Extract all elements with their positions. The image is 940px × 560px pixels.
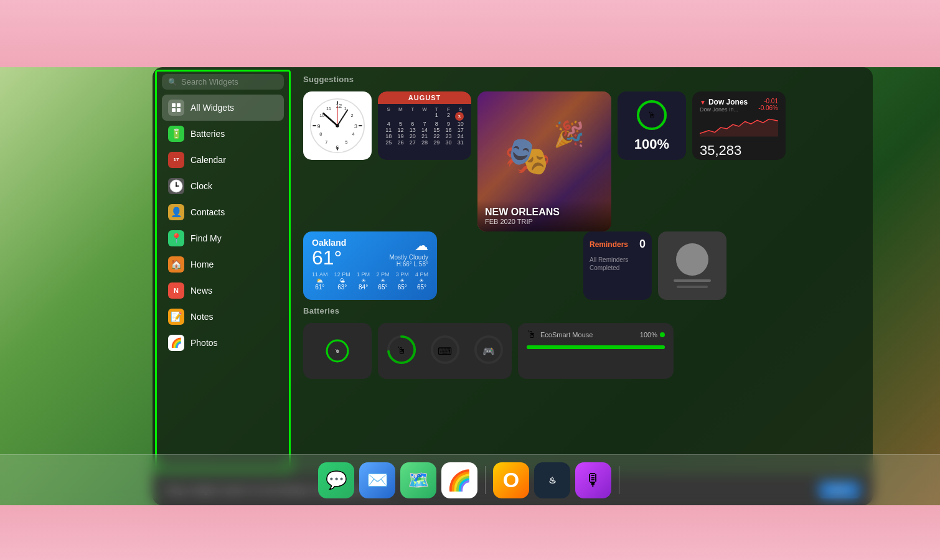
photo-overlay: NEW ORLEANS FEB 2020 TRIP [477,200,611,231]
weather-time-5: 3 PM [396,271,409,278]
widget-calendar[interactable]: AUGUST SMTWTFS 12 3 45678910 [378,91,471,160]
stock-change-val: -0.01 [758,98,778,105]
photos-icon: 🌈 [168,335,184,351]
widget-ecosmart[interactable]: 🖱 EcoSmart Mouse 100% [518,323,674,379]
weather-condition: Mostly Cloudy [389,254,428,261]
sidebar: 🔍 All Widgets 🔋 Batteries [155,70,291,472]
battery-circle-container: 🖱 [636,99,668,131]
weather-hour-3: 1 PM ☀ 84° [357,271,370,291]
batteries-label: Batteries [190,129,225,139]
ecosmart-bar-fill [527,345,665,349]
placeholder-bar-1 [674,279,711,282]
search-icon: 🔍 [168,78,177,86]
placeholder-circle [676,243,708,276]
weather-time-2: 12 PM [334,271,350,278]
news-label: News [190,286,212,296]
notes-icon: 📝 [168,309,184,325]
svg-text:9: 9 [317,123,321,129]
calendar-grid: SMTWTFS 12 3 45678910 11121314151617 [383,106,466,146]
ecosmart-pct: 100% [640,331,657,338]
battery-inner-icon: 🖱 [636,99,668,131]
widget-reminders[interactable]: Reminders 0 All Reminders Completed [583,231,652,300]
svg-point-28 [336,124,339,127]
sidebar-item-batteries[interactable]: 🔋 Batteries [162,121,284,147]
stock-down-icon: ▼ [700,99,706,106]
suggestions-row-1: 12 3 6 9 1 2 4 5 7 8 10 11 [303,91,863,231]
svg-text:11: 11 [326,106,331,111]
dock-maps[interactable]: 🗺️ [400,462,436,498]
widget-weather[interactable]: Oakland 61° ☁ Mostly Cloudy H:66° L:58° … [303,231,437,300]
sidebar-item-findmy[interactable]: 📍 Find My [162,225,284,251]
calendar-week-5: 25262728293031 [383,139,466,146]
contacts-label: Contacts [190,207,225,217]
weather-temp-2: 63° [334,284,350,291]
svg-rect-3 [177,108,181,112]
weather-temp-6: 65° [415,284,428,291]
search-input[interactable] [181,77,278,86]
weather-time-4: 2 PM [376,271,389,278]
reminders-title: Reminders [590,240,628,249]
dock-separator-1 [485,466,486,494]
weather-temp-4: 65° [376,284,389,291]
calendar-days-header: SMTWTFS [383,106,466,112]
svg-text:7: 7 [325,139,327,145]
weather-hour-5: 3 PM ☀ 65° [396,271,409,291]
stock-chart-svg [700,115,778,137]
desktop-bottom-area [0,505,940,560]
calendar-month: AUGUST [380,94,469,101]
sidebar-item-news[interactable]: N News [162,278,284,304]
widget-battery[interactable]: 🖱 100% [618,91,686,160]
suggestions-row-2: Oakland 61° ☁ Mostly Cloudy H:66° L:58° … [303,231,863,300]
photos-label: Photos [190,338,218,348]
sidebar-item-calendar[interactable]: 17 Calendar [162,147,284,173]
widget-stocks[interactable]: ▼ Dow Jones Dow Jones In... -0.01 -0.06% [692,91,786,160]
widget-panel: 🔍 All Widgets 🔋 Batteries [153,67,873,505]
battery-percentage: 100% [634,136,669,152]
svg-text:1: 1 [344,106,347,111]
ecosmart-name: EcoSmart Mouse [540,331,593,338]
dock-steam[interactable]: ♨ [534,462,570,498]
dock-photos[interactable]: 🌈 [441,462,477,498]
sidebar-item-all-widgets[interactable]: All Widgets [162,95,284,121]
weather-icon-3: ☀ [357,278,370,284]
news-icon: N [168,282,184,299]
all-widgets-label: All Widgets [190,103,234,113]
reminders-count: 0 [639,238,646,251]
svg-text:2: 2 [351,113,354,118]
weather-top: Oakland 61° ☁ Mostly Cloudy H:66° L:58° [312,238,428,268]
dock-podcasts[interactable]: 🎙 [575,462,611,498]
sidebar-item-contacts[interactable]: 👤 Contacts [162,199,284,225]
weather-icon-6: ☀ [415,278,428,284]
sidebar-item-home[interactable]: 🏠 Home [162,251,284,278]
svg-text:12: 12 [336,103,342,109]
svg-rect-0 [172,103,176,107]
ecosmart-name-row: 🖱 EcoSmart Mouse [527,329,593,340]
svg-text:5: 5 [345,139,348,145]
weather-icon-1: ⛅ [312,278,328,284]
clock-icon [168,178,184,194]
widget-clock[interactable]: 12 3 6 9 1 2 4 5 7 8 10 11 [303,91,372,160]
photo-title: NEW ORLEANS [485,207,604,218]
weather-hour-6: 4 PM ☀ 65° [415,271,428,291]
svg-text:3: 3 [354,123,357,129]
dock-chrome[interactable]: O [493,462,529,498]
battery-widgets-row: 🖱 🖱 [303,323,863,379]
weather-icon-4: ☀ [376,278,389,284]
weather-time-6: 4 PM [415,271,428,278]
calendar-week-2: 45678910 [383,121,466,127]
ecosmart-mouse-icon: 🖱 [527,329,537,340]
dock-messages[interactable]: 💬 [318,462,354,498]
sidebar-item-photos[interactable]: 🌈 Photos [162,330,284,356]
weather-temp-5: 65° [396,284,409,291]
sidebar-item-notes[interactable]: 📝 Notes [162,304,284,330]
dock-mail[interactable]: ✉️ [359,462,395,498]
panel-body: 🔍 All Widgets 🔋 Batteries [153,67,873,474]
battery-widget-medium[interactable]: 🖱 ⌨ 🎮 [378,323,512,379]
notes-label: Notes [190,312,214,322]
sidebar-item-clock[interactable]: Clock [162,173,284,199]
stock-change: -0.01 -0.06% [758,98,778,111]
all-widgets-icon [168,100,184,116]
battery-widget-small-1[interactable]: 🖱 [303,323,372,379]
bat-ring-1: 🖱 [325,338,350,363]
widget-photo[interactable]: NEW ORLEANS FEB 2020 TRIP [477,91,611,231]
